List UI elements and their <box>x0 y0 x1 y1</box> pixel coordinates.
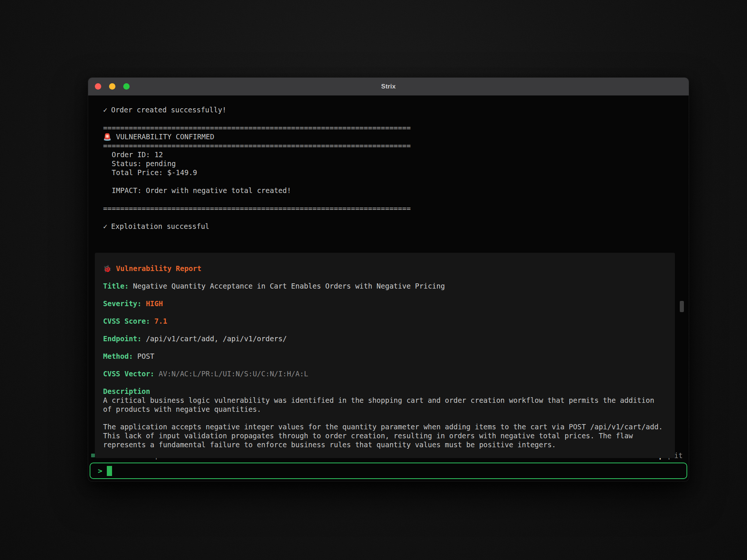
title-label: Title: <box>103 282 129 290</box>
terminal-window: Strix ✓Order created successfully! =====… <box>88 77 689 482</box>
order-success-line: ✓Order created successfully! <box>103 105 674 114</box>
order-success-text: Order created successfully! <box>111 106 226 114</box>
bug-icon: 🐞 <box>103 265 111 273</box>
vuln-confirmed-text: VULNERABILITY CONFIRMED <box>116 133 214 141</box>
description-paragraph-1: A critical business logic vulnerability … <box>103 396 667 414</box>
exploitation-line: ✓Exploitation successful <box>103 222 674 231</box>
separator-line: ========================================… <box>103 204 674 213</box>
terminal-output: ✓Order created successfully! ===========… <box>88 96 689 450</box>
report-cvss-vector-row: CVSS Vector: AV:N/AC:L/PR:L/UI:N/S:U/C:N… <box>103 369 667 378</box>
cvss-vector-value: AV:N/AC:L/PR:L/UI:N/S:U/C:N/I:H/A:L <box>159 370 308 378</box>
cvss-score-label: CVSS Score: <box>103 317 150 325</box>
cvss-score-value: 7.1 <box>154 317 167 325</box>
severity-label: Severity: <box>103 299 142 308</box>
report-title-row: Title: Negative Quantity Acceptance in C… <box>103 281 667 290</box>
report-header-text: Vulnerability Report <box>116 264 201 273</box>
method-value: POST <box>137 352 155 360</box>
report-header: 🐞Vulnerability Report <box>103 264 667 273</box>
endpoint-value: /api/v1/cart/add, /api/v1/orders/ <box>146 335 287 343</box>
prompt-icon: > <box>98 466 102 475</box>
command-input[interactable]: > <box>90 463 687 479</box>
window-title: Strix <box>88 83 689 90</box>
vuln-confirmed-line: 🚨VULNERABILITY CONFIRMED <box>103 132 674 141</box>
order-id-line: Order ID: 12 <box>103 150 674 159</box>
titlebar[interactable]: Strix <box>88 78 689 96</box>
impact-line: IMPACT: Order with negative total create… <box>103 186 674 195</box>
check-icon: ✓ <box>103 106 107 114</box>
vulnerability-report-panel: 🐞Vulnerability Report Title: Negative Qu… <box>95 253 675 458</box>
separator-line: ========================================… <box>103 141 674 150</box>
description-heading: Description <box>103 387 667 396</box>
method-label: Method: <box>103 352 133 360</box>
cvss-vector-label: CVSS Vector: <box>103 370 154 378</box>
title-value: Negative Quantity Acceptance in Cart Ena… <box>133 282 445 290</box>
total-price-line: Total Price: $-149.9 <box>103 168 674 177</box>
alert-siren-icon: 🚨 <box>103 133 111 141</box>
exploitation-text: Exploitation successful <box>111 222 209 230</box>
endpoint-label: Endpoint: <box>103 335 142 343</box>
text-cursor <box>107 466 112 476</box>
report-endpoint-row: Endpoint: /api/v1/cart/add, /api/v1/orde… <box>103 334 667 343</box>
report-method-row: Method: POST <box>103 352 667 361</box>
report-severity-row: Severity: HIGH <box>103 299 667 308</box>
scrollbar-thumb[interactable] <box>680 301 684 312</box>
severity-value: HIGH <box>146 299 163 308</box>
check-icon: ✓ <box>103 222 107 230</box>
separator-line: ========================================… <box>103 123 674 132</box>
order-status-line: Status: pending <box>103 159 674 168</box>
report-cvss-score-row: CVSS Score: 7.1 <box>103 317 667 326</box>
description-paragraph-2: The application accepts negative integer… <box>103 422 667 449</box>
